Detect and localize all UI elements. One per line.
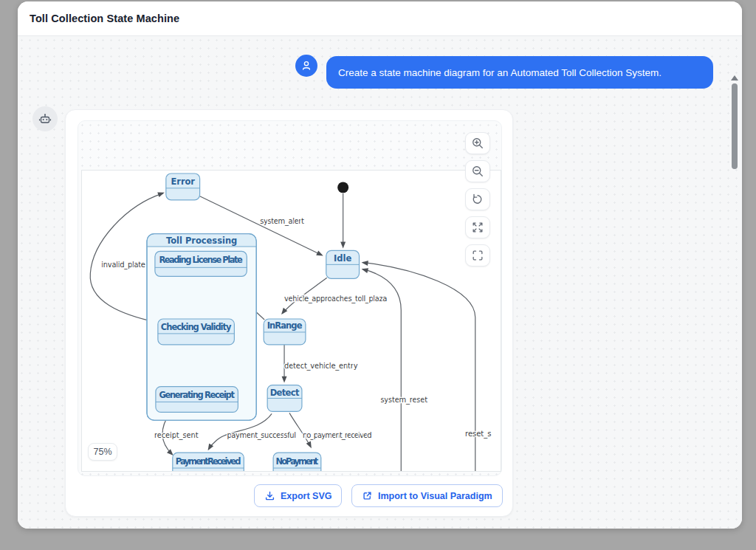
state-detect-label: Detect [270, 388, 300, 398]
chat-content-area: Create a state machine diagram for an Au… [18, 36, 742, 529]
page-title: Toll Collection State Machine [30, 13, 179, 24]
transition-label-reset-system-clipped: reset_s [465, 430, 491, 439]
import-visual-paradigm-button[interactable]: Import to Visual Paradigm [351, 484, 503, 507]
transition-label-receipt-sent: receipt_sent [154, 431, 199, 440]
export-svg-button[interactable]: Export SVG [254, 484, 342, 507]
state-toll-processing-label: Toll Processing [166, 236, 237, 246]
user-message-bubble: Create a state machine diagram for an Au… [326, 56, 713, 89]
state-idle-label: Idle [334, 253, 351, 264]
state-reading-license-plate[interactable]: Reading License Plate [155, 251, 247, 276]
diagram-card: system_alert invalid_plate vehicle_appro… [65, 109, 513, 517]
download-icon [264, 490, 275, 501]
export-svg-label: Export SVG [281, 491, 331, 501]
external-link-icon [362, 490, 373, 501]
app-window: Toll Collection State Machine Create a s… [18, 1, 742, 529]
state-paymentreceived-label: PaymentReceived [176, 456, 241, 467]
app-header: Toll Collection State Machine [18, 1, 742, 36]
state-checking-validity-label: Checking Validity [161, 322, 232, 332]
state-paymentreceived[interactable]: PaymentReceived [173, 453, 244, 472]
transition-label-no-payment-received: no_payment_received [303, 431, 372, 440]
user-avatar [295, 55, 317, 77]
diagram-viewport[interactable]: system_alert invalid_plate vehicle_appro… [78, 120, 502, 476]
transition-label-invalid-plate: invalid_plate [101, 261, 145, 269]
transition-idle-inrange: vehicle_approaches_toll_plaza [279, 278, 387, 316]
transition-label-vehicle-approaches: vehicle_approaches_toll_plaza [284, 295, 387, 303]
zoom-controls [465, 132, 490, 267]
reset-icon [470, 192, 485, 207]
state-detect[interactable]: Detect [267, 385, 302, 412]
initial-state-node[interactable] [337, 182, 348, 193]
transition-initial-idle [340, 193, 346, 249]
fit-view-button[interactable] [465, 244, 490, 267]
transition-label-detect-vehicle-entry: detect_vehicle_entry [284, 362, 358, 371]
zoom-in-icon [470, 136, 485, 151]
transition-inrange-detect: detect_vehicle_entry [282, 345, 358, 383]
state-machine-canvas[interactable]: system_alert invalid_plate vehicle_appro… [81, 170, 501, 472]
robot-icon [38, 112, 52, 126]
state-error-label: Error [171, 176, 195, 187]
zoom-level-badge: 75% [88, 443, 117, 461]
scrollbar-thumb[interactable] [732, 83, 738, 169]
import-visual-paradigm-label: Import to Visual Paradigm [378, 491, 492, 501]
zoom-out-icon [470, 164, 485, 179]
expand-button[interactable] [465, 216, 490, 238]
state-nopayment[interactable]: NoPayment [273, 453, 321, 472]
transition-label-system-reset: system_reset [380, 396, 427, 405]
transition-nopayment-idle: reset_s [361, 260, 491, 471]
state-inrange-label: InRange [267, 320, 303, 331]
fit-view-icon [470, 248, 485, 263]
assistant-avatar [32, 106, 58, 131]
scrollbar-up-arrow[interactable] [731, 75, 738, 80]
state-nopayment-label: NoPayment [276, 456, 319, 467]
reset-view-button[interactable] [465, 188, 490, 210]
state-checking-validity[interactable]: Checking Validity [158, 319, 234, 345]
state-inrange[interactable]: InRange [264, 319, 306, 345]
state-error[interactable]: Error [166, 173, 200, 200]
expand-icon [470, 220, 485, 235]
transition-detect-nopayment: no_payment_received [289, 413, 371, 449]
state-generating-receipt[interactable]: Generating Receipt [156, 387, 238, 413]
transition-label-system-alert: system_alert [260, 217, 304, 226]
state-idle[interactable]: Idle [326, 250, 360, 278]
state-generating-receipt-label: Generating Receipt [159, 390, 235, 400]
desktop-background: Toll Collection State Machine Create a s… [0, 0, 756, 550]
state-reading-license-plate-label: Reading License Plate [159, 255, 243, 265]
person-icon [300, 60, 312, 72]
zoom-out-button[interactable] [465, 160, 490, 182]
transition-label-payment-successful: payment_successful [227, 431, 296, 440]
zoom-in-button[interactable] [465, 132, 490, 154]
